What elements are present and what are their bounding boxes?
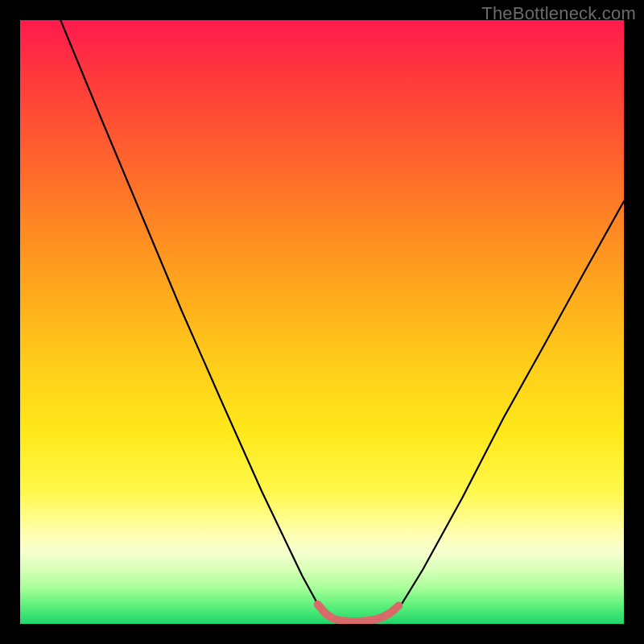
bottleneck-curve xyxy=(60,20,624,621)
curve-layer xyxy=(20,20,624,624)
plot-area xyxy=(20,20,624,624)
minimum-highlight-curve xyxy=(318,605,399,621)
chart-frame: TheBottleneck.com xyxy=(0,0,644,644)
watermark-label: TheBottleneck.com xyxy=(481,3,636,24)
